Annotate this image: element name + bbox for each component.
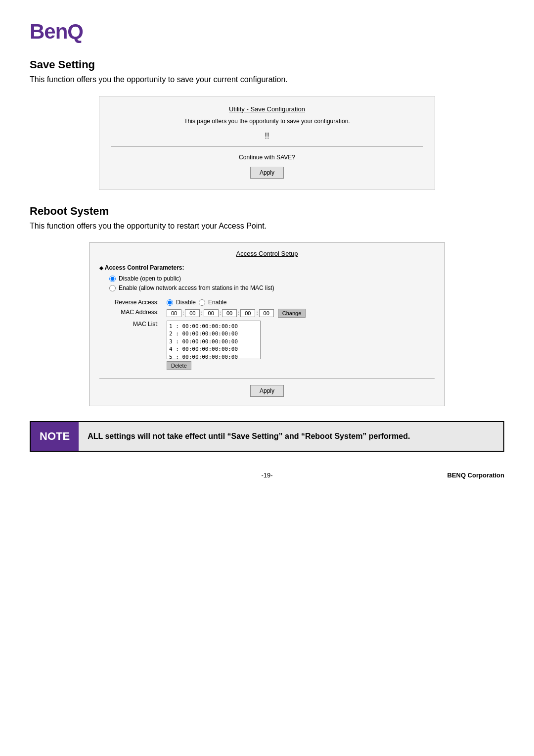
- mac-input-4[interactable]: [222, 309, 237, 317]
- page-number: -19-: [261, 472, 272, 479]
- radio-enable-label: Enable (allow network access from statio…: [119, 284, 274, 291]
- mac-sep-4: :: [238, 310, 239, 317]
- ac-params-label: Access Control Parameters:: [99, 264, 435, 271]
- list-item: 3 : 00:00:00:00:00:00: [169, 338, 258, 345]
- mac-input-2[interactable]: [185, 309, 200, 317]
- ac-apply-wrap: Apply: [99, 385, 435, 397]
- save-config-panel: Utility - Save Configuration This page o…: [99, 96, 435, 190]
- panel-question: Continue with SAVE?: [111, 154, 423, 161]
- mac-input-6[interactable]: [259, 309, 274, 317]
- mac-list-box[interactable]: 1 : 00:00:00:00:00:00 2 : 00:00:00:00:00…: [167, 321, 261, 359]
- access-control-panel: Access Control Setup Access Control Para…: [89, 242, 445, 406]
- mac-input-1[interactable]: [167, 309, 181, 317]
- save-setting-heading: Save Setting: [30, 58, 504, 71]
- reverse-access-row: Reverse Access: Disable Enable: [99, 297, 435, 307]
- page-wrapper: BenQ Save Setting This function offers y…: [0, 0, 534, 756]
- mac-sep-3: :: [220, 310, 221, 317]
- panel-desc: This page offers you the opportunity to …: [111, 118, 423, 125]
- apply-btn-wrap: Apply: [111, 167, 423, 179]
- list-item: 4 : 00:00:00:00:00:00: [169, 345, 258, 353]
- company-name: BENQ Corporation: [273, 472, 504, 479]
- mac-list-cell: 1 : 00:00:00:00:00:00 2 : 00:00:00:00:00…: [164, 319, 435, 372]
- page-footer: -19- BENQ Corporation: [30, 472, 504, 479]
- reverse-disable-label: Disable: [176, 299, 196, 306]
- save-setting-subtitle: This function offers you the opportunity…: [30, 75, 504, 84]
- radio-disable-label: Disable (open to public): [119, 275, 181, 282]
- ac-divider: [99, 378, 435, 379]
- reverse-disable-radio[interactable]: [167, 299, 173, 306]
- save-setting-section: Save Setting This function offers you th…: [30, 58, 504, 190]
- reverse-enable-label: Enable: [208, 299, 226, 306]
- reboot-apply-button[interactable]: Apply: [250, 385, 284, 397]
- list-item: 2 : 00:00:00:00:00:00: [169, 330, 258, 337]
- note-content: ALL settings will not take effect until …: [79, 422, 419, 451]
- radio-enable-row: Enable (allow network access from statio…: [109, 284, 435, 291]
- logo-area: BenQ: [30, 20, 504, 44]
- mac-sep-2: :: [201, 310, 202, 317]
- reboot-subtitle: This function offers you the opportunity…: [30, 222, 504, 231]
- ac-panel-title: Access Control Setup: [99, 250, 435, 257]
- reverse-enable-radio[interactable]: [199, 299, 205, 306]
- change-button[interactable]: Change: [278, 309, 306, 318]
- reverse-options: Disable Enable: [164, 297, 435, 307]
- mac-input-3[interactable]: [204, 309, 219, 317]
- panel-symbol: !!: [111, 132, 423, 141]
- panel-title: Utility - Save Configuration: [111, 105, 423, 113]
- reboot-system-section: Reboot System This function offers you t…: [30, 205, 504, 406]
- radio-disable-row: Disable (open to public): [109, 275, 435, 282]
- mac-address-row: MAC Address: : : : : :: [99, 307, 435, 319]
- mac-list-row: MAC List: 1 : 00:00:00:00:00:00 2 : 00:0…: [99, 319, 435, 372]
- panel-divider: [111, 146, 423, 147]
- benq-logo: BenQ: [30, 20, 504, 44]
- mac-input-5[interactable]: [240, 309, 255, 317]
- note-label: NOTE: [31, 422, 79, 451]
- list-item: 5 : 00:00:00:00:00:00: [169, 353, 258, 359]
- mac-sep-1: :: [182, 310, 184, 317]
- delete-button[interactable]: Delete: [167, 361, 191, 370]
- list-item: 1 : 00:00:00:00:00:00: [169, 323, 258, 330]
- note-box: NOTE ALL settings will not take effect u…: [30, 421, 504, 452]
- radio-disable[interactable]: [109, 276, 116, 282]
- mac-sep-5: :: [256, 310, 258, 317]
- ac-form-table: Reverse Access: Disable Enable MAC Addre…: [99, 297, 435, 372]
- reboot-heading: Reboot System: [30, 205, 504, 218]
- mac-address-label: MAC Address:: [99, 307, 164, 319]
- radio-enable[interactable]: [109, 285, 116, 291]
- mac-list-label: MAC List:: [99, 319, 164, 372]
- reverse-label: Reverse Access:: [99, 297, 164, 307]
- save-apply-button[interactable]: Apply: [250, 167, 284, 179]
- mac-address-cell: : : : : : Change: [164, 307, 435, 319]
